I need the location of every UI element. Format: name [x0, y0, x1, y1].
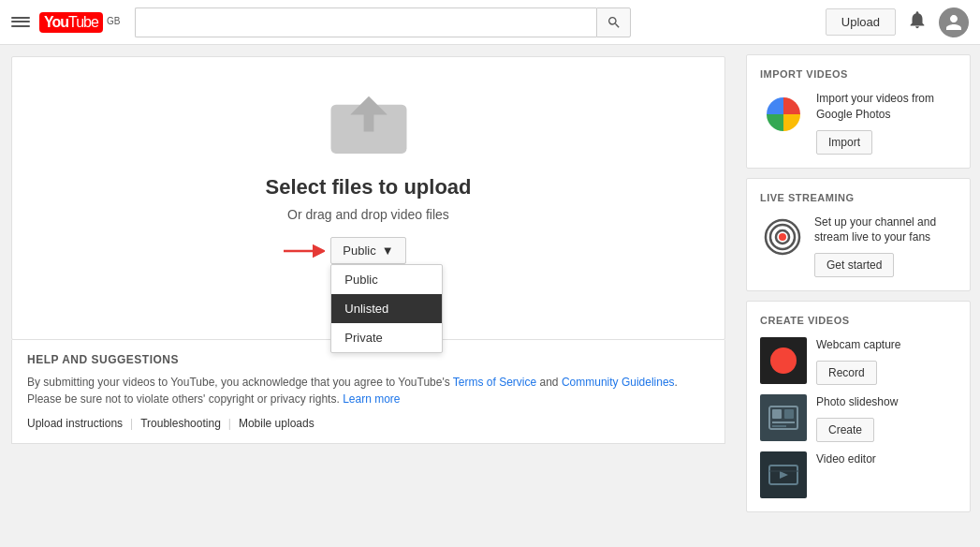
main-content: Select files to upload Or drag and drop …	[0, 45, 980, 547]
live-streaming-card: LIVE STREAMING Set up your channel and s…	[746, 178, 971, 292]
center-panel: Select files to upload Or drag and drop …	[0, 45, 737, 547]
header: YouTube GB Upload	[0, 0, 980, 45]
visibility-option-public[interactable]: Public	[331, 265, 442, 294]
help-links: Upload instructions | Troubleshooting | …	[27, 417, 709, 430]
header-actions: Upload	[826, 7, 969, 37]
country-label: GB	[107, 16, 120, 26]
upload-instructions-link[interactable]: Upload instructions	[27, 417, 123, 430]
separator-1: |	[130, 417, 133, 430]
troubleshooting-link[interactable]: Troubleshooting	[140, 417, 221, 430]
get-started-button[interactable]: Get started	[814, 253, 894, 277]
separator-2: |	[228, 417, 231, 430]
slideshow-text: Photo slideshow Create	[816, 394, 957, 442]
logo-text: YouTube	[39, 12, 103, 33]
notifications-icon[interactable]	[907, 9, 928, 35]
live-streaming-text: Set up your channel and stream live to y…	[814, 214, 957, 278]
upload-icon-wrap	[322, 85, 416, 160]
record-button[interactable]: Record	[816, 361, 877, 385]
upload-button[interactable]: Upload	[826, 8, 896, 36]
menu-icon[interactable]	[11, 13, 30, 32]
import-videos-content: Import your videos from Google Photos Im…	[760, 91, 957, 155]
live-streaming-icon	[760, 214, 805, 259]
visibility-dropdown-wrap: Public ▼ Public Unlisted Private	[330, 237, 405, 264]
mobile-uploads-link[interactable]: Mobile uploads	[239, 417, 314, 430]
learn-more-link[interactable]: Learn more	[343, 392, 400, 406]
live-streaming-desc: Set up your channel and stream live to y…	[814, 214, 957, 246]
upload-subtitle: Or drag and drop video files	[287, 207, 449, 222]
record-circle	[770, 347, 797, 374]
upload-icon	[327, 88, 411, 158]
video-editor-item: Video editor	[760, 451, 957, 498]
live-streaming-content: Set up your channel and stream live to y…	[760, 214, 957, 278]
video-editor-icon	[760, 451, 807, 498]
import-videos-title: IMPORT VIDEOS	[760, 68, 957, 80]
import-videos-desc: Import your videos from Google Photos	[816, 91, 957, 123]
video-editor-text: Video editor	[816, 451, 957, 475]
arrow-indicator	[284, 241, 325, 261]
search-input[interactable]	[135, 7, 596, 37]
photo-slideshow-item: Photo slideshow Create	[760, 394, 957, 442]
help-text: By submitting your videos to YouTube, yo…	[27, 374, 709, 407]
create-videos-card: CREATE VIDEOS Webcam capture Record	[746, 301, 971, 512]
google-photos-icon	[760, 91, 807, 138]
import-videos-text: Import your videos from Google Photos Im…	[816, 91, 957, 155]
visibility-option-private[interactable]: Private	[331, 323, 442, 352]
svg-rect-2	[363, 112, 373, 131]
visibility-dropdown-button[interactable]: Public ▼	[330, 237, 405, 264]
webcam-icon	[760, 337, 807, 384]
webcam-capture-item: Webcam capture Record	[760, 337, 957, 385]
import-button[interactable]: Import	[816, 130, 872, 155]
help-section: HELP AND SUGGESTIONS By submitting your …	[11, 340, 725, 444]
create-videos-title: CREATE VIDEOS	[760, 315, 957, 326]
video-editor-name: Video editor	[816, 451, 957, 467]
visibility-label: Public	[343, 244, 375, 258]
logo[interactable]: YouTube GB	[39, 12, 120, 33]
tos-link[interactable]: Terms of Service	[453, 376, 536, 389]
help-title: HELP AND SUGGESTIONS	[27, 353, 709, 366]
create-button[interactable]: Create	[816, 418, 874, 442]
svg-marker-13	[780, 471, 788, 479]
live-streaming-title: LIVE STREAMING	[760, 192, 957, 203]
search-button[interactable]	[596, 7, 631, 37]
right-sidebar: IMPORT VIDEOS Impor	[737, 45, 980, 547]
slideshow-icon	[760, 394, 807, 441]
svg-point-6	[779, 233, 786, 241]
search-icon	[607, 15, 622, 30]
community-link[interactable]: Community Guidelines	[562, 376, 675, 389]
webcam-text: Webcam capture Record	[816, 337, 957, 385]
chevron-down-icon: ▼	[382, 244, 394, 258]
avatar[interactable]	[939, 7, 969, 37]
svg-rect-9	[784, 409, 794, 419]
upload-area: Select files to upload Or drag and drop …	[11, 56, 725, 340]
webcam-name: Webcam capture	[816, 337, 957, 353]
upload-title: Select files to upload	[265, 175, 471, 200]
slideshow-name: Photo slideshow	[816, 394, 957, 410]
svg-rect-8	[772, 409, 782, 419]
visibility-dropdown-menu: Public Unlisted Private	[330, 264, 443, 353]
visibility-option-unlisted[interactable]: Unlisted	[331, 294, 442, 323]
search-bar	[135, 7, 631, 37]
import-videos-card: IMPORT VIDEOS Impor	[746, 54, 971, 169]
